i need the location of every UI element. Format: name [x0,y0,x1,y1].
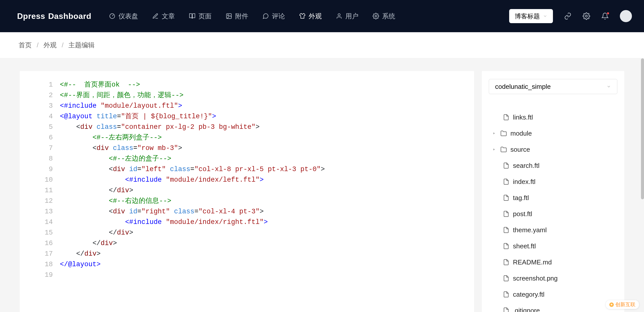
code-line[interactable]: 9 <div id="left" class="col-xl-8 pr-xl-5… [20,164,474,175]
tree-item-label: README.md [513,258,552,266]
scrollbar[interactable] [641,58,644,199]
line-number: 9 [20,164,60,175]
file-icon [503,162,509,169]
line-content[interactable]: <#-- 首页界面ok --> [60,80,474,90]
watermark-badge: ✦创新互联 [606,300,639,309]
file-icon [503,194,509,201]
nav-label: 文章 [162,12,175,21]
code-line[interactable]: 10 <#include "module/index/left.ftl"> [20,175,474,185]
code-line[interactable]: 15 </div> [20,227,474,238]
tree-item[interactable]: post.ftl [489,206,617,222]
tree-item[interactable]: category.ftl [489,286,617,302]
nav-item-7[interactable]: 系统 [373,12,395,21]
avatar[interactable] [620,10,632,22]
line-content[interactable]: </@layout> [60,259,474,270]
code-line[interactable]: 14 <#include "module/index/right.ftl"> [20,217,474,227]
tree-item-label: theme.yaml [513,226,547,234]
line-number: 10 [20,175,60,185]
line-number: 13 [20,206,60,217]
gear-icon[interactable] [583,12,590,20]
code-line[interactable]: 18</@layout> [20,259,474,270]
nav-item-3[interactable]: 附件 [226,12,248,21]
line-content[interactable]: <div id="left" class="col-xl-8 pr-xl-5 p… [60,164,474,175]
nav-item-5[interactable]: 外观 [299,12,322,21]
tree-item[interactable]: .gitignore [489,302,617,312]
file-icon [503,259,509,265]
line-content[interactable]: <#--左右两列盒子--> [60,132,474,143]
nav-item-2[interactable]: 页面 [189,12,212,21]
book-icon [189,13,195,19]
tree-item-label: index.ftl [513,178,536,186]
nav-item-1[interactable]: 文章 [152,12,175,21]
tree-item[interactable]: theme.yaml [489,222,617,238]
code-line[interactable]: 2<#--界面，间距，颜色，功能，逻辑--> [20,90,474,101]
caret-icon[interactable] [491,131,497,136]
tree-item[interactable]: index.ftl [489,174,617,190]
nav-item-6[interactable]: 用户 [336,12,358,21]
code-line[interactable]: 4<@layout title="首页 | ${blog_title!}"> [20,111,474,122]
line-content[interactable]: <#--右边的信息--> [60,196,474,206]
code-line[interactable]: 16 </div> [20,238,474,249]
tree-item[interactable]: module [489,125,617,141]
line-number: 1 [20,80,60,90]
nav-label: 用户 [345,12,358,21]
line-content[interactable]: <div id="right" class="col-xl-4 pt-3"> [60,206,474,217]
line-content[interactable]: <div class="row mb-3"> [60,143,474,153]
code-line[interactable]: 5 <div class="container px-lg-2 pb-3 bg-… [20,122,474,132]
code-line[interactable]: 6 <#--左右两列盒子--> [20,132,474,143]
tree-item-label: links.ftl [513,113,533,121]
tree-item-label: source [510,146,530,153]
code-line[interactable]: 17 </div> [20,249,474,259]
tree-item[interactable]: sheet.ftl [489,238,617,254]
tree-item[interactable]: README.md [489,254,617,270]
tree-item[interactable]: links.ftl [489,109,617,125]
breadcrumb-home[interactable]: 首页 [19,41,32,50]
code-editor[interactable]: 1<#-- 首页界面ok -->2<#--界面，间距，颜色，功能，逻辑-->3<… [20,71,474,312]
line-content[interactable]: <#--左边的盒子--> [60,153,474,164]
file-icon [503,275,509,282]
code-line[interactable]: 19 [20,270,474,280]
line-content[interactable]: <#include "module/index/left.ftl"> [60,175,474,185]
svg-marker-7 [494,148,495,150]
gear-icon [373,13,379,19]
code-line[interactable]: 11 </div> [20,185,474,196]
tree-item[interactable]: tag.ftl [489,190,617,206]
code-line[interactable]: 3<#include "module/layout.ftl"> [20,101,474,111]
tree-item-label: sheet.ftl [513,242,536,250]
code-area[interactable]: 1<#-- 首页界面ok -->2<#--界面，间距，颜色，功能，逻辑-->3<… [20,80,474,280]
link-icon[interactable] [564,12,572,20]
line-content[interactable]: <div class="container px-lg-2 pb-3 bg-wh… [60,122,474,132]
svg-point-3 [338,14,340,16]
code-line[interactable]: 12 <#--右边的信息--> [20,196,474,206]
line-content[interactable]: </div> [60,249,474,259]
line-content[interactable]: </div> [60,185,474,196]
line-content[interactable]: <#include "module/index/right.ftl"> [60,217,474,227]
line-content[interactable]: <#--界面，间距，颜色，功能，逻辑--> [60,90,474,101]
line-content[interactable]: </div> [60,227,474,238]
breadcrumb-section[interactable]: 外观 [44,41,57,50]
tree-item[interactable]: search.ftl [489,158,617,174]
tree-item[interactable]: source [489,141,617,158]
line-content[interactable]: </div> [60,238,474,249]
nav-item-0[interactable]: 仪表盘 [109,12,138,21]
line-number: 6 [20,132,60,143]
breadcrumb: 首页 / 外观 / 主题编辑 [0,32,644,58]
blog-title-select[interactable]: 博客标题 [509,9,553,23]
code-line[interactable]: 1<#-- 首页界面ok --> [20,80,474,90]
bell-icon[interactable] [601,12,609,20]
tree-item-label: post.ftl [513,210,532,218]
svg-point-4 [375,15,377,17]
shirt-icon [299,13,306,19]
line-number: 17 [20,249,60,259]
code-line[interactable]: 13 <div id="right" class="col-xl-4 pt-3"… [20,206,474,217]
nav-item-4[interactable]: 评论 [262,12,285,21]
line-content[interactable] [60,270,474,280]
caret-icon[interactable] [491,147,497,152]
code-line[interactable]: 7 <div class="row mb-3"> [20,143,474,153]
tree-item-label: tag.ftl [513,194,529,202]
line-content[interactable]: <@layout title="首页 | ${blog_title!}"> [60,111,474,122]
code-line[interactable]: 8 <#--左边的盒子--> [20,153,474,164]
line-content[interactable]: <#include "module/layout.ftl"> [60,101,474,111]
tree-item[interactable]: screenshot.png [489,270,617,286]
theme-select[interactable]: codelunatic_simple [489,79,617,94]
